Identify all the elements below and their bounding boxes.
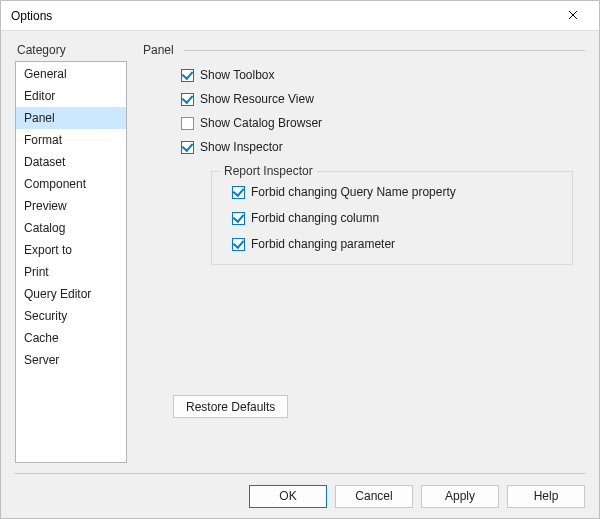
- cancel-button[interactable]: Cancel: [335, 485, 413, 508]
- category-label: Category: [17, 43, 127, 57]
- category-item[interactable]: Component: [16, 173, 126, 195]
- section-divider: [184, 50, 585, 51]
- ok-button[interactable]: OK: [249, 485, 327, 508]
- checkbox-label: Forbid changing Query Name property: [251, 185, 456, 199]
- restore-defaults-button[interactable]: Restore Defaults: [173, 395, 288, 418]
- report-inspector-group: Report Inspector Forbid changing Query N…: [211, 171, 573, 265]
- close-button[interactable]: [553, 2, 593, 30]
- category-item[interactable]: Format: [16, 129, 126, 151]
- checkbox[interactable]: [181, 141, 194, 154]
- window-title: Options: [11, 9, 553, 23]
- check-show-catalog-browser: Show Catalog Browser: [181, 115, 585, 131]
- checkbox[interactable]: [181, 117, 194, 130]
- options-dialog: Options Category GeneralEditorPanelForma…: [0, 0, 600, 519]
- category-item[interactable]: Editor: [16, 85, 126, 107]
- check-forbid-column: Forbid changing column: [232, 210, 560, 226]
- groupbox-legend: Report Inspector: [220, 164, 317, 178]
- category-item[interactable]: Query Editor: [16, 283, 126, 305]
- category-item[interactable]: Catalog: [16, 217, 126, 239]
- category-item[interactable]: Preview: [16, 195, 126, 217]
- checkbox[interactable]: [181, 93, 194, 106]
- category-list[interactable]: GeneralEditorPanelFormatDatasetComponent…: [15, 61, 127, 463]
- checkbox-label: Show Catalog Browser: [200, 116, 322, 130]
- restore-wrap: Restore Defaults: [143, 395, 585, 418]
- category-item[interactable]: Security: [16, 305, 126, 327]
- dialog-body: Category GeneralEditorPanelFormatDataset…: [1, 31, 599, 463]
- checkbox[interactable]: [181, 69, 194, 82]
- checkbox-label: Forbid changing column: [251, 211, 379, 225]
- category-item[interactable]: Server: [16, 349, 126, 371]
- category-item[interactable]: Panel: [16, 107, 126, 129]
- check-show-inspector: Show Inspector: [181, 139, 585, 155]
- groupbox-inner: Forbid changing Query Name property Forb…: [232, 184, 560, 252]
- category-item[interactable]: General: [16, 63, 126, 85]
- dialog-footer: OK Cancel Apply Help: [1, 474, 599, 518]
- checkbox-label: Show Toolbox: [200, 68, 275, 82]
- settings-panel: Panel Show Toolbox Show Resource View Sh…: [127, 43, 585, 463]
- checkbox-label: Forbid changing parameter: [251, 237, 395, 251]
- category-item[interactable]: Print: [16, 261, 126, 283]
- check-forbid-query-name: Forbid changing Query Name property: [232, 184, 560, 200]
- section-title: Panel: [143, 43, 184, 57]
- category-item[interactable]: Export to: [16, 239, 126, 261]
- checkbox-label: Show Resource View: [200, 92, 314, 106]
- titlebar: Options: [1, 1, 599, 31]
- category-item[interactable]: Cache: [16, 327, 126, 349]
- check-show-resource-view: Show Resource View: [181, 91, 585, 107]
- category-panel: Category GeneralEditorPanelFormatDataset…: [15, 43, 127, 463]
- apply-button[interactable]: Apply: [421, 485, 499, 508]
- checkbox-label: Show Inspector: [200, 140, 283, 154]
- close-icon: [568, 9, 578, 23]
- panel-checks: Show Toolbox Show Resource View Show Cat…: [143, 67, 585, 265]
- check-forbid-parameter: Forbid changing parameter: [232, 236, 560, 252]
- checkbox[interactable]: [232, 186, 245, 199]
- section-header: Panel: [143, 43, 585, 57]
- category-item[interactable]: Dataset: [16, 151, 126, 173]
- checkbox[interactable]: [232, 212, 245, 225]
- checkbox[interactable]: [232, 238, 245, 251]
- check-show-toolbox: Show Toolbox: [181, 67, 585, 83]
- help-button[interactable]: Help: [507, 485, 585, 508]
